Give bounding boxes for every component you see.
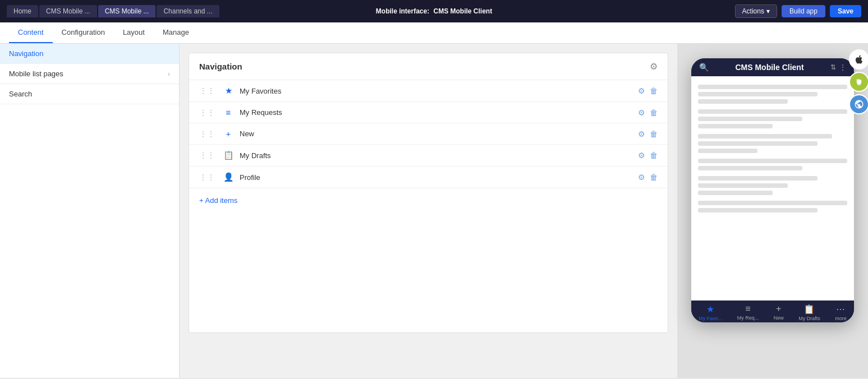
skeleton-line [698, 191, 773, 195]
tab-channels[interactable]: Channels and ... [157, 5, 219, 17]
prefix-text: Mobile interface: [376, 7, 429, 15]
skeleton-line [698, 183, 788, 188]
nav-item-trash-button-1[interactable]: 🗑 [650, 108, 658, 117]
navigation-panel: Navigation ⚙ ⋮⋮ ★ My Favorites ⚙ 🗑 ⋮⋮ ≡ … [189, 53, 668, 333]
nav-panel-settings-button[interactable]: ⚙ [650, 61, 658, 72]
nav-item-trash-button-0[interactable]: 🗑 [650, 86, 658, 95]
phone-mockup: 🔍 CMS Mobile Client ⇅ ⋮ [691, 58, 854, 322]
drag-handle-icon[interactable]: ⋮⋮ [199, 130, 215, 138]
build-app-button[interactable]: Build app [782, 5, 825, 17]
phone-nav-label-drafts: My Drafts [798, 316, 820, 321]
skeleton-line [698, 201, 847, 205]
right-preview: 🔍 CMS Mobile Client ⇅ ⋮ [677, 44, 868, 378]
drag-handle-icon[interactable]: ⋮⋮ [199, 86, 215, 95]
phone-bottom-nav: ★ My Favo... ≡ My Req... + New 📋 My Draf… [691, 301, 854, 322]
drag-handle-icon[interactable]: ⋮⋮ [199, 151, 215, 160]
left-sidebar: Navigation Mobile list pages › Search [0, 44, 180, 378]
nav-item-trash-button-3[interactable]: 🗑 [650, 151, 658, 160]
tab-content[interactable]: Content [9, 22, 53, 43]
drafts-icon: 📋 [223, 150, 234, 160]
nav-panel-header: Navigation ⚙ [189, 53, 668, 80]
ios-icon[interactable] [849, 49, 868, 70]
skeleton-line [698, 92, 818, 96]
skeleton-line [698, 159, 847, 163]
phone-nav-item-drafts[interactable]: 📋 My Drafts [798, 304, 820, 321]
actions-label: Actions [742, 7, 764, 15]
phone-nav-plus-icon: + [776, 304, 781, 314]
nav-item-my-drafts: ⋮⋮ 📋 My Drafts ⚙ 🗑 [189, 145, 668, 167]
android-icon[interactable] [849, 72, 868, 92]
tab-cms2[interactable]: CMS Mobile ... [98, 5, 156, 17]
nav-item-new: ⋮⋮ + New ⚙ 🗑 [189, 123, 668, 145]
phone-nav-item-more[interactable]: ⋯ more [835, 304, 847, 321]
skeleton-line [698, 176, 818, 181]
phone-title: CMS Mobile Client [735, 63, 803, 72]
mobile-interface-label: Mobile interface: CMS Mobile Client [376, 7, 492, 15]
nav-item-label-my-requests: My Requests [240, 108, 632, 117]
nav-item-trash-button-4[interactable]: 🗑 [650, 173, 658, 182]
phone-more-icon: ⋮ [839, 63, 846, 71]
profile-icon: 👤 [223, 172, 234, 182]
phone-content [691, 76, 854, 301]
web-icon[interactable] [849, 94, 868, 114]
nav-item-gear-button-1[interactable]: ⚙ [638, 108, 645, 117]
skeleton-line [698, 109, 847, 114]
skeleton-line [698, 124, 773, 128]
nav-item-label-my-favorites: My Favorites [240, 87, 632, 95]
nav-panel-title: Navigation [199, 62, 242, 71]
skeleton-line [698, 85, 847, 89]
phone-swap-icon: ⇅ [830, 63, 836, 71]
content-area: Navigation ⚙ ⋮⋮ ★ My Favorites ⚙ 🗑 ⋮⋮ ≡ … [180, 44, 677, 378]
skeleton-line [698, 166, 802, 170]
phone-nav-label-more: more [835, 316, 847, 321]
phone-nav-more-icon: ⋯ [836, 304, 845, 315]
add-items-button[interactable]: + Add items [189, 188, 247, 212]
skeleton-line [698, 149, 757, 153]
save-button[interactable]: Save [830, 5, 861, 17]
sidebar-label-search: Search [9, 90, 32, 98]
platform-icons [849, 49, 868, 114]
sidebar-item-navigation[interactable]: Navigation [0, 44, 179, 64]
add-items-label: + Add items [199, 196, 237, 205]
tab-configuration[interactable]: Configuration [53, 22, 114, 43]
drag-handle-icon[interactable]: ⋮⋮ [199, 108, 215, 117]
tab-cms1[interactable]: CMS Mobile ... [39, 5, 97, 17]
drag-handle-icon[interactable]: ⋮⋮ [199, 173, 215, 182]
tab-manage[interactable]: Manage [154, 22, 198, 43]
top-bar-tabs: Home CMS Mobile ... CMS Mobile ... Chann… [7, 5, 219, 17]
nav-item-label-my-drafts: My Drafts [240, 151, 632, 160]
sidebar-label-mobile-list: Mobile list pages [9, 70, 63, 78]
top-bar-left: Home CMS Mobile ... CMS Mobile ... Chann… [7, 5, 219, 17]
skeleton-line [698, 141, 818, 146]
tab-home[interactable]: Home [7, 5, 38, 17]
nav-item-gear-button-2[interactable]: ⚙ [638, 130, 645, 138]
nav-item-gear-button-4[interactable]: ⚙ [638, 173, 645, 182]
actions-button[interactable]: Actions ▾ [735, 4, 777, 18]
phone-nav-item-requests[interactable]: ≡ My Req... [737, 304, 759, 321]
phone-nav-item-favorites[interactable]: ★ My Favo... [699, 304, 722, 321]
nav-item-label-new: New [240, 130, 632, 138]
main-layout: Navigation Mobile list pages › Search Na… [0, 44, 868, 378]
phone-nav-item-new[interactable]: + New [774, 304, 784, 321]
list-icon: ≡ [223, 108, 234, 117]
skeleton-line [698, 117, 802, 121]
sub-tabs: Content Configuration Layout Manage [0, 22, 868, 44]
build-app-label: Build app [789, 7, 818, 15]
sidebar-label-navigation: Navigation [9, 49, 43, 58]
star-icon: ★ [223, 86, 234, 96]
app-name-text: CMS Mobile Client [434, 7, 493, 15]
plus-icon: + [223, 129, 234, 138]
sidebar-item-search[interactable]: Search [0, 84, 179, 104]
sidebar-item-mobile-list[interactable]: Mobile list pages › [0, 64, 179, 84]
phone-nav-list-icon: ≡ [745, 304, 750, 314]
phone-search-icon: 🔍 [699, 63, 709, 72]
chevron-right-icon: › [168, 70, 170, 78]
skeleton-line [698, 134, 832, 138]
phone-nav-label-new: New [774, 315, 784, 321]
save-label: Save [838, 7, 853, 15]
nav-item-gear-button-3[interactable]: ⚙ [638, 151, 645, 160]
nav-item-trash-button-2[interactable]: 🗑 [650, 130, 658, 138]
tab-layout[interactable]: Layout [114, 22, 154, 43]
nav-item-gear-button-0[interactable]: ⚙ [638, 86, 645, 95]
nav-item-profile: ⋮⋮ 👤 Profile ⚙ 🗑 [189, 167, 668, 188]
